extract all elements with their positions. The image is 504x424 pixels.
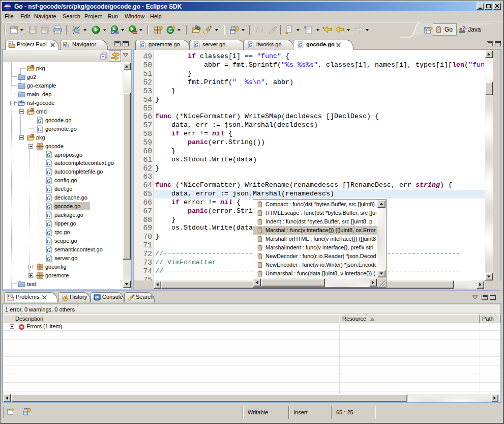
svg-text:J: J <box>465 25 466 30</box>
svg-text:C: C <box>168 27 172 33</box>
